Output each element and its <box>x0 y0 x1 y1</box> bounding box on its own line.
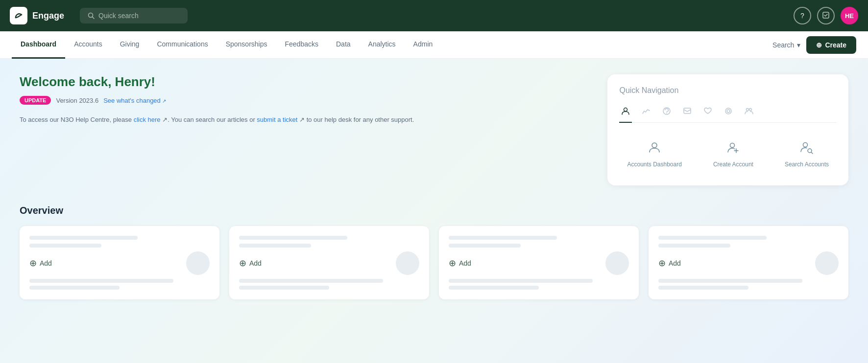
qn-item-search-accounts-label: Search Accounts <box>785 161 829 168</box>
nav-sponsorships[interactable]: Sponsorships <box>217 31 276 59</box>
card-4-top-lines <box>658 236 839 248</box>
placeholder-line <box>29 244 101 248</box>
quick-search-placeholder: Quick search <box>98 12 139 20</box>
submit-ticket-link[interactable]: submit a ticket <box>257 116 297 123</box>
quick-nav-card: Quick Navigation <box>607 74 848 185</box>
card-1-circle <box>186 251 210 275</box>
qn-tab-support[interactable] <box>660 103 673 123</box>
svg-point-9 <box>747 109 749 111</box>
qn-tab-giving[interactable] <box>701 103 714 123</box>
help-paragraph: To access our N3O Help Centre, please cl… <box>20 114 592 125</box>
click-here-link[interactable]: click here <box>134 116 161 123</box>
card-2-top-lines <box>239 236 419 248</box>
card-2-circle <box>396 251 419 275</box>
placeholder-line <box>658 279 802 283</box>
nav-giving[interactable]: Giving <box>111 31 148 59</box>
card-4-add-button[interactable]: ⊕ Add <box>658 258 681 269</box>
svg-rect-6 <box>684 108 691 113</box>
placeholder-line <box>658 244 730 248</box>
svg-point-3 <box>624 108 627 112</box>
card-2-middle: ⊕ Add <box>239 251 419 275</box>
card-3-circle <box>605 251 629 275</box>
nav-accounts[interactable]: Accounts <box>65 31 111 59</box>
card-2-add-button[interactable]: ⊕ Add <box>239 258 262 269</box>
placeholder-line <box>29 236 138 240</box>
qn-tab-analytics[interactable] <box>640 103 652 123</box>
card-1-bottom-lines <box>29 279 210 290</box>
card-1-middle: ⊕ Add <box>29 251 210 275</box>
qn-item-accounts-dashboard-label: Accounts Dashboard <box>627 161 681 168</box>
search-nav-label: Search <box>772 41 794 49</box>
help-button[interactable]: ? <box>794 7 811 24</box>
qn-tab-sponsorships[interactable] <box>722 103 735 123</box>
nav-dashboard[interactable]: Dashboard <box>12 31 65 59</box>
qn-tab-groups[interactable] <box>743 103 755 123</box>
top-nav: Engage Quick search ? HE <box>0 0 868 31</box>
placeholder-line <box>239 236 347 240</box>
qn-tab-comms[interactable] <box>681 103 694 123</box>
welcome-name: Henry! <box>115 74 155 89</box>
card-3-bottom-lines <box>449 279 629 290</box>
svg-line-17 <box>811 152 813 154</box>
nav-analytics[interactable]: Analytics <box>360 31 405 59</box>
card-4-circle <box>815 251 839 275</box>
overview-title: Overview <box>20 205 848 216</box>
card-3-middle: ⊕ Add <box>449 251 629 275</box>
nav-admin[interactable]: Admin <box>405 31 442 59</box>
update-badge-row: UPDATE Version 2023.6 See what's changed… <box>20 96 166 105</box>
qn-item-accounts-dashboard[interactable]: Accounts Dashboard <box>619 135 689 174</box>
quick-search-bar[interactable]: Quick search <box>80 8 188 23</box>
whats-changed-link[interactable]: See what's changed ↗ <box>103 97 166 104</box>
quick-nav-items: Accounts Dashboard Create Account <box>619 135 837 174</box>
create-account-icon <box>726 140 740 157</box>
card-1-top-lines <box>29 236 210 248</box>
add-icon-2: ⊕ <box>239 258 246 269</box>
welcome-left: Welcome back, Henry! UPDATE Version 2023… <box>20 74 592 125</box>
card-4-middle: ⊕ Add <box>658 251 839 275</box>
add-icon-4: ⊕ <box>658 258 666 269</box>
placeholder-line <box>29 279 173 283</box>
card-3-top-lines <box>449 236 629 248</box>
nav-feedbacks[interactable]: Feedbacks <box>276 31 327 59</box>
nav-communications[interactable]: Communications <box>148 31 217 59</box>
card-4-bottom-lines <box>658 279 839 290</box>
user-avatar[interactable]: HE <box>841 7 858 24</box>
placeholder-line <box>449 279 593 283</box>
card-2-add-label: Add <box>249 259 262 267</box>
qn-item-create-account-label: Create Account <box>713 161 753 168</box>
svg-line-1 <box>93 17 95 19</box>
placeholder-line <box>658 236 767 240</box>
quick-nav-tabs <box>619 103 837 123</box>
placeholder-line <box>239 279 383 283</box>
placeholder-line <box>29 286 120 290</box>
logo-wrap[interactable]: Engage <box>10 7 64 24</box>
qn-item-search-accounts[interactable]: Search Accounts <box>777 135 837 174</box>
svg-point-12 <box>730 143 734 148</box>
ext-icon1: ↗ <box>161 116 168 123</box>
welcome-section: Welcome back, Henry! UPDATE Version 2023… <box>20 74 848 185</box>
card-3-add-label: Add <box>459 259 471 267</box>
logo-icon <box>10 7 27 24</box>
card-1-add-button[interactable]: ⊕ Add <box>29 258 52 269</box>
quick-nav-title: Quick Navigation <box>619 86 837 95</box>
accounts-dashboard-icon <box>648 140 661 157</box>
create-label: Create <box>825 41 846 49</box>
placeholder-line <box>449 244 521 248</box>
create-button[interactable]: ⊕ Create <box>806 36 856 54</box>
qn-tab-accounts[interactable] <box>619 103 632 123</box>
card-3-add-button[interactable]: ⊕ Add <box>449 258 471 269</box>
search-nav-button[interactable]: Search ▾ <box>767 41 806 49</box>
placeholder-line <box>449 236 557 240</box>
svg-point-8 <box>727 110 730 113</box>
version-text: Version 2023.6 <box>56 97 98 104</box>
notifications-button[interactable] <box>817 7 835 24</box>
svg-point-7 <box>725 108 731 114</box>
nav-data[interactable]: Data <box>327 31 360 59</box>
card-1-add-label: Add <box>40 259 52 267</box>
create-plus-icon: ⊕ <box>816 41 822 49</box>
overview-card-3: ⊕ Add <box>439 226 639 299</box>
search-accounts-icon <box>800 140 814 157</box>
overview-card-2: ⊕ Add <box>229 226 429 299</box>
secondary-nav: Dashboard Accounts Giving Communications… <box>0 31 868 59</box>
qn-item-create-account[interactable]: Create Account <box>705 135 761 174</box>
